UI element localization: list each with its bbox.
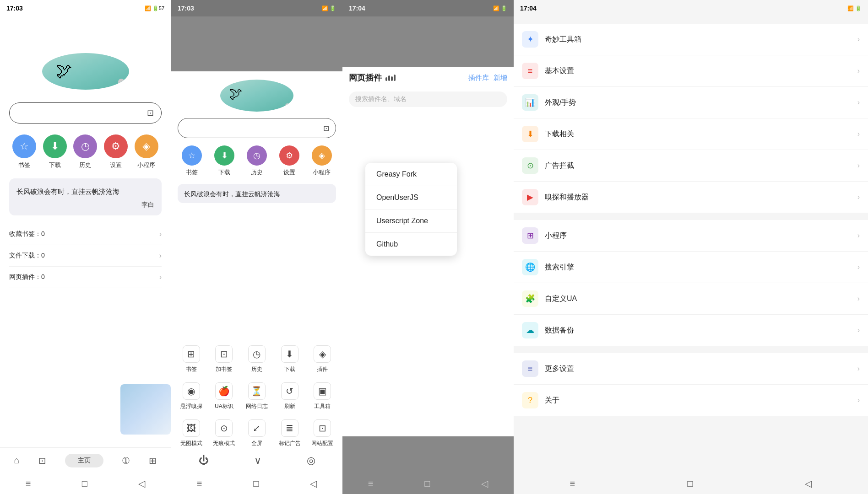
settings-divider-2 xyxy=(514,213,868,216)
stat-downloads[interactable]: 文件下载：0 › xyxy=(9,245,162,267)
dd-openuserjs[interactable]: OpenUserJS xyxy=(365,186,457,209)
p2-qa-history[interactable]: ◷ 历史 xyxy=(247,145,267,177)
bs-add-bookmark[interactable]: ⊡ 加书签 xyxy=(209,341,240,376)
p2-bird-logo xyxy=(220,80,293,112)
plugin-library-btn[interactable]: 插件库 xyxy=(468,74,489,82)
download-arrow: › xyxy=(857,130,860,138)
settings-more[interactable]: ≡ 更多设置 › xyxy=(514,353,868,385)
bs-ua-mark[interactable]: 🍎 UA标识 xyxy=(209,378,240,413)
bs-ad-mark[interactable]: ≣ 标记广告 xyxy=(274,415,305,450)
status-icons-2: 📶 🔋 xyxy=(322,5,336,11)
home-sys-icon-2[interactable]: □ xyxy=(253,478,259,489)
plugin-header: 网页插件 插件库 新增 xyxy=(342,67,514,88)
qa-settings[interactable]: ⚙ 设置 xyxy=(104,134,128,169)
settings-basic[interactable]: ≡ 基本设置 › xyxy=(514,55,868,87)
stat-bookmarks[interactable]: 收藏书签：0 › xyxy=(9,224,162,245)
status-bar-1: 17:03 📶 🔋57 xyxy=(0,0,171,16)
qa-download[interactable]: ⬇ 下载 xyxy=(43,134,67,169)
p2-qa-settings[interactable]: ⚙ 设置 xyxy=(279,145,299,177)
browser-content: ⊡ ☆ 书签 ⬇ 下载 ◷ 历史 ⚙ 设置 ◈ 小程序 xyxy=(171,71,342,473)
settings-section-1: ✦ 奇妙工具箱 › ≡ 基本设置 › 📊 外观/手势 › ⬇ 下载相关 › ⊙ xyxy=(514,24,868,213)
bnav-tabs[interactable]: ⊡ xyxy=(38,455,46,466)
bnav-home[interactable]: ⌂ xyxy=(14,455,19,466)
settings-about[interactable]: ? 关于 › xyxy=(514,385,868,416)
settings-custom-ua[interactable]: 🧩 自定义UA › xyxy=(514,283,868,315)
bs-history[interactable]: ◷ 历史 xyxy=(241,341,272,376)
settings-sniff[interactable]: ▶ 嗅探和播放器 › xyxy=(514,182,868,213)
menu-icon-4[interactable]: ≡ xyxy=(570,478,575,489)
bs-no-image[interactable]: 🖼 无图模式 xyxy=(176,415,207,450)
p3-dim-bottom xyxy=(342,436,514,473)
bs-site-config[interactable]: ⊡ 网站配置 xyxy=(307,415,338,450)
bs-download-icon: ⬇ xyxy=(281,345,298,363)
p2-qa-bookmarks[interactable]: ☆ 书签 xyxy=(182,145,202,177)
settings-adblock[interactable]: ⊙ 广告拦截 › xyxy=(514,150,868,182)
qa-bookmarks[interactable]: ☆ 书签 xyxy=(12,134,36,169)
p2-qa-miniapp[interactable]: ◈ 小程序 xyxy=(312,145,332,177)
menu-icon-3[interactable]: ≡ xyxy=(368,478,374,489)
settings-appearance[interactable]: 📊 外观/手势 › xyxy=(514,87,868,118)
sniff-arrow: › xyxy=(857,193,860,201)
search-bar-1[interactable]: ⊡ xyxy=(9,102,162,124)
appearance-arrow: › xyxy=(857,98,860,107)
bs-plugin-label: 插件 xyxy=(317,365,328,373)
settings-download[interactable]: ⬇ 下载相关 › xyxy=(514,118,868,150)
bs-power-icon[interactable]: ⏻ xyxy=(199,455,209,467)
menu-icon-2[interactable]: ≡ xyxy=(197,478,202,489)
about-arrow: › xyxy=(857,396,860,404)
scan-icon[interactable]: ⊡ xyxy=(147,108,154,118)
bs-incognito[interactable]: ⊙ 无痕模式 xyxy=(209,415,240,450)
bs-collapse-icon[interactable]: ∨ xyxy=(254,455,261,467)
back-icon-4[interactable]: ◁ xyxy=(805,478,812,489)
search-input-1[interactable] xyxy=(17,109,147,117)
plugin-bars-icon xyxy=(385,75,396,81)
settings-miniapp[interactable]: ⊞ 小程序 › xyxy=(514,220,868,252)
bs-refresh-label: 刷新 xyxy=(284,403,295,410)
appearance-icon: 📊 xyxy=(522,94,538,111)
settings-magic-toolbox[interactable]: ✦ 奇妙工具箱 › xyxy=(514,24,868,55)
settings-divider-top xyxy=(514,16,868,20)
more-settings-arrow: › xyxy=(857,365,860,373)
bs-refresh[interactable]: ↺ 刷新 xyxy=(274,378,305,413)
menu-icon-1[interactable]: ≡ xyxy=(26,478,31,489)
stat-downloads-label: 文件下载：0 xyxy=(9,252,45,260)
stat-plugins[interactable]: 网页插件：0 › xyxy=(9,267,162,288)
p2-search-bar[interactable]: ⊡ xyxy=(178,118,336,138)
bnav-grid[interactable]: ⊞ xyxy=(149,455,157,466)
settings-data-backup[interactable]: ☁ 数据备份 › xyxy=(514,315,868,346)
custom-ua-label: 自定义UA xyxy=(545,294,851,304)
back-icon-3[interactable]: ◁ xyxy=(481,478,488,489)
settings-section-3: ≡ 更多设置 › ? 关于 › xyxy=(514,353,868,416)
bs-plugin[interactable]: ◈ 插件 xyxy=(307,341,338,376)
qa-bookmarks-label: 书签 xyxy=(18,161,30,169)
p2-quote-text: 长风破浪会有时，直挂云帆济沧海 xyxy=(184,190,330,199)
bs-fullscreen[interactable]: ⤢ 全屏 xyxy=(241,415,272,450)
settings-search-engine[interactable]: 🌐 搜索引擎 › xyxy=(514,252,868,283)
basic-settings-label: 基本设置 xyxy=(545,66,851,76)
back-icon-2[interactable]: ◁ xyxy=(310,478,317,489)
plugin-new-btn[interactable]: 新增 xyxy=(494,74,507,82)
bs-download[interactable]: ⬇ 下载 xyxy=(274,341,305,376)
bs-add-bookmark-label: 加书签 xyxy=(216,365,232,373)
bs-bookmarks[interactable]: ⊞ 书签 xyxy=(176,341,207,376)
bs-toolbox[interactable]: ▣ 工具箱 xyxy=(307,378,338,413)
bs-camera-icon[interactable]: ◎ xyxy=(307,455,315,467)
qa-history[interactable]: ◷ 历史 xyxy=(73,134,97,169)
home-sys-icon-1[interactable]: □ xyxy=(82,478,87,489)
p2-qa-download[interactable]: ⬇ 下载 xyxy=(214,145,234,177)
bs-float-explore[interactable]: ◉ 悬浮嗅探 xyxy=(176,378,207,413)
num-icon: ① xyxy=(122,455,130,466)
dd-greasy-fork[interactable]: Greasy Fork xyxy=(365,163,457,186)
adblock-label: 广告拦截 xyxy=(545,161,851,171)
plugin-search[interactable]: 搜索插件名、域名 xyxy=(349,91,507,107)
home-sys-icon-4[interactable]: □ xyxy=(687,478,693,489)
dd-userscript-zone[interactable]: Userscript Zone xyxy=(365,209,457,233)
back-icon-1[interactable]: ◁ xyxy=(138,478,145,489)
bs-incognito-label: 无痕模式 xyxy=(213,440,235,447)
qa-miniapp[interactable]: ◈ 小程序 xyxy=(135,134,158,169)
dd-github[interactable]: Github xyxy=(365,233,457,256)
home-button[interactable]: 主页 xyxy=(65,454,103,467)
bs-network-log[interactable]: ⏳ 网络日志 xyxy=(241,378,272,413)
bnav-num[interactable]: ① xyxy=(122,455,130,466)
home-sys-icon-3[interactable]: □ xyxy=(424,478,430,489)
